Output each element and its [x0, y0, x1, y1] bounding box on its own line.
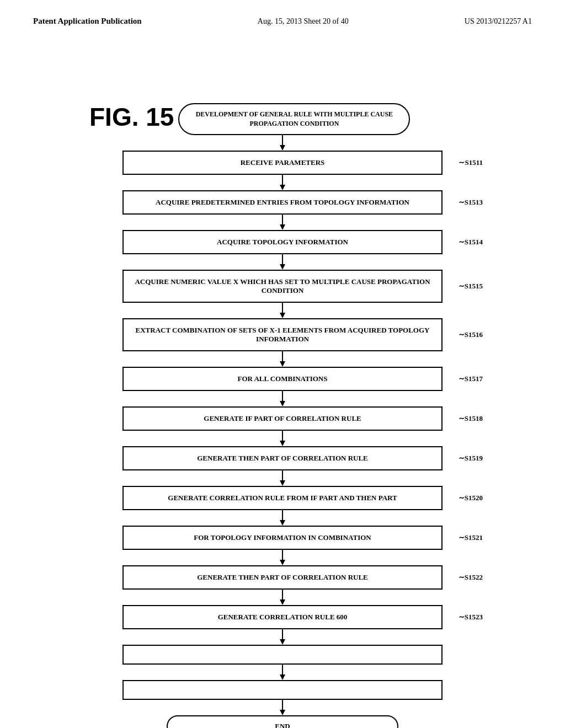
step-label-s1521: ∼S1521: [459, 533, 483, 542]
svg-marker-15: [280, 441, 285, 446]
arrow-1: [277, 175, 288, 190]
svg-marker-13: [280, 401, 285, 406]
svg-marker-17: [280, 480, 285, 486]
step-empty-2: [122, 680, 443, 700]
flowchart-title-box: DEVELOPMENT OF GENERAL RULE WITH MULTIPL…: [178, 103, 410, 135]
arrow-14: [277, 700, 288, 715]
step-label-s1511: ∼S1511: [459, 158, 483, 167]
end-box: END: [167, 715, 398, 728]
arrow-11: [277, 590, 288, 605]
patent-number-label: US 2013/0212257 A1: [465, 17, 532, 26]
svg-marker-3: [280, 185, 285, 190]
step-s1516: EXTRACT COMBINATION OF SETS OF X-1 ELEME…: [122, 318, 443, 351]
page-header: Patent Application Publication Aug. 15, …: [33, 17, 532, 26]
step-s1514: ACQUIRE TOPOLOGY INFORMATION ∼S1514: [122, 230, 443, 254]
page: Patent Application Publication Aug. 15, …: [0, 0, 565, 728]
date-sheet-label: Aug. 15, 2013 Sheet 20 of 40: [258, 17, 349, 26]
step-label-s1523: ∼S1523: [459, 613, 483, 622]
step-label-s1517: ∼S1517: [459, 374, 483, 383]
svg-marker-25: [280, 639, 285, 645]
arrow-6: [277, 391, 288, 406]
step-label-s1515: ∼S1515: [459, 282, 483, 291]
svg-marker-1: [280, 145, 285, 151]
svg-marker-5: [280, 224, 285, 230]
arrow-2: [277, 215, 288, 230]
svg-marker-7: [280, 264, 285, 270]
step-s1513: ACQUIRE PREDETERMINED ENTRIES FROM TOPOL…: [122, 190, 443, 215]
arrow-12: [277, 629, 288, 645]
step-label-s1516: ∼S1516: [459, 330, 483, 339]
step-s1511: RECEIVE PARAMETERS ∼S1511: [122, 151, 443, 175]
svg-marker-11: [280, 361, 285, 367]
svg-marker-23: [280, 599, 285, 605]
step-s1521: FOR TOPOLOGY INFORMATION IN COMBINATION …: [122, 526, 443, 550]
step-label-s1514: ∼S1514: [459, 238, 483, 247]
arrow-10: [277, 550, 288, 565]
step-label-s1513: ∼S1513: [459, 198, 483, 207]
arrow-5: [277, 351, 288, 367]
step-label-s1518: ∼S1518: [459, 414, 483, 423]
svg-marker-19: [280, 520, 285, 526]
arrow-8: [277, 470, 288, 486]
fig-label: FIG. 15: [89, 103, 174, 131]
arrow-0: [277, 135, 288, 151]
step-s1519: GENERATE THEN PART OF CORRELATION RULE ∼…: [122, 446, 443, 470]
arrow-7: [277, 431, 288, 446]
arrow-4: [277, 303, 288, 318]
step-s1515: ACQUIRE NUMERIC VALUE X WHICH HAS SET TO…: [122, 270, 443, 303]
step-s1523: GENERATE CORRELATION RULE 600 ∼S1523: [122, 605, 443, 629]
flowchart: FIG. 15 DEVELOPMENT OF GENERAL RULE WITH…: [33, 103, 532, 728]
arrow-9: [277, 510, 288, 526]
step-s1518: GENERATE IF PART OF CORRELATION RULE ∼S1…: [122, 406, 443, 431]
svg-marker-29: [280, 710, 285, 715]
step-s1517: FOR ALL COMBINATIONS ∼S1517: [122, 367, 443, 391]
step-label-s1519: ∼S1519: [459, 454, 483, 463]
step-label-s1520: ∼S1520: [459, 494, 483, 502]
svg-marker-9: [280, 313, 285, 318]
svg-marker-27: [280, 675, 285, 680]
publication-label: Patent Application Publication: [33, 17, 142, 26]
step-s1520: GENERATE CORRELATION RULE FROM IF PART A…: [122, 486, 443, 510]
arrow-3: [277, 254, 288, 270]
step-empty-1: [122, 645, 443, 665]
step-label-s1522: ∼S1522: [459, 573, 483, 582]
step-s1522: GENERATE THEN PART OF CORRELATION RULE ∼…: [122, 565, 443, 590]
arrow-13: [277, 665, 288, 680]
svg-marker-21: [280, 560, 285, 565]
flowchart-title-text: DEVELOPMENT OF GENERAL RULE WITH MULTIPL…: [196, 110, 393, 127]
